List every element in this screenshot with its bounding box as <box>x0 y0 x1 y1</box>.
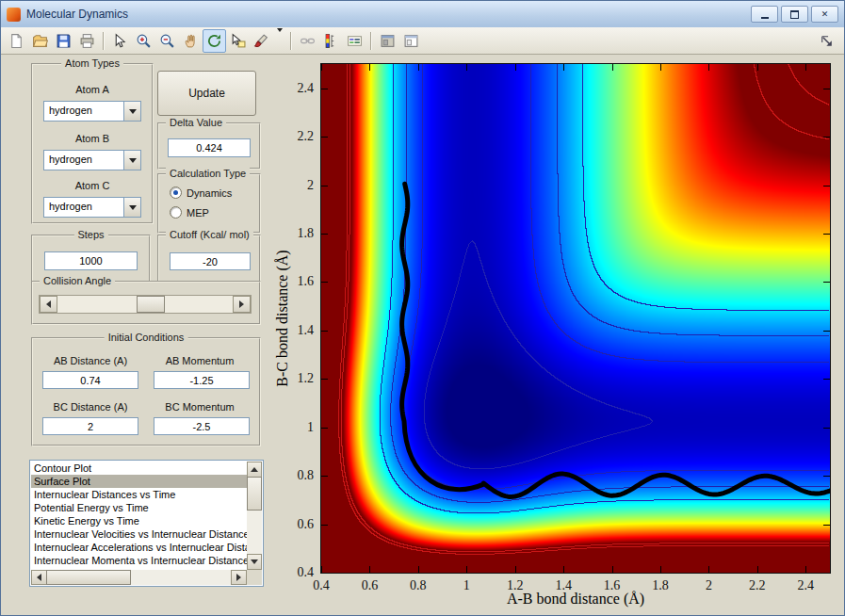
bc-distance-input[interactable] <box>42 417 138 435</box>
atom-c-dropdown-button[interactable] <box>123 198 140 217</box>
steps-title: Steps <box>73 229 107 240</box>
list-item[interactable]: Contour Plot <box>31 462 247 475</box>
show-plot-tools-button[interactable] <box>399 29 423 53</box>
slider-right-arrow-button[interactable] <box>233 296 251 313</box>
collision-angle-slider[interactable] <box>39 295 252 314</box>
atom-c-select[interactable]: hydrogen <box>43 197 141 218</box>
listbox-vertical-scrollbar[interactable] <box>247 462 262 570</box>
chevron-down-icon <box>129 158 137 167</box>
slider-left-arrow-button[interactable] <box>40 296 57 313</box>
zoom-out-icon <box>159 33 175 49</box>
x-tick-label: 1.2 <box>507 578 524 593</box>
collision-angle-panel: Collision Angle <box>31 281 261 325</box>
arrow-left-icon <box>42 300 51 308</box>
zoom-in-icon <box>136 33 152 49</box>
y-tick-label: 1.6 <box>298 274 315 289</box>
potential-surface-plot[interactable] <box>320 63 831 574</box>
radio-mep[interactable]: MEP <box>170 206 209 219</box>
scroll-left-button[interactable] <box>31 570 47 585</box>
list-item[interactable]: Internuclear Velocities vs Internuclear … <box>31 527 247 541</box>
y-axis-label: B-C bond distance (Å) <box>274 250 291 386</box>
plot-type-listbox[interactable]: Contour PlotSurface PlotInternuclear Dis… <box>29 460 264 587</box>
atom-b-select[interactable]: hydrogen <box>43 150 141 170</box>
insert-legend-button[interactable] <box>343 29 366 53</box>
chevron-down-icon <box>129 205 137 214</box>
steps-input[interactable] <box>44 251 138 270</box>
zoom-in-button[interactable] <box>132 29 155 53</box>
rotate-3d-button[interactable] <box>203 29 226 53</box>
scroll-right-button[interactable] <box>231 570 247 585</box>
save-figure-button[interactable] <box>52 29 75 53</box>
y-tick-label: 0.4 <box>298 565 315 580</box>
vertical-scroll-thumb[interactable] <box>247 477 262 511</box>
close-button[interactable]: ✕ <box>811 6 838 23</box>
atom-a-label: Atom A <box>33 84 152 95</box>
print-figure-button[interactable] <box>75 29 99 53</box>
pan-button[interactable] <box>179 29 203 53</box>
brush-data-button[interactable] <box>250 29 273 53</box>
atom-a-select[interactable]: hydrogen <box>43 101 141 122</box>
radio-dynamics[interactable]: Dynamics <box>170 186 232 199</box>
zoom-out-button[interactable] <box>155 29 179 53</box>
bc-momentum-input[interactable] <box>154 417 250 435</box>
radio-mep-label: MEP <box>187 207 209 219</box>
title-bar[interactable]: Molecular Dynamics ✕ <box>1 1 844 28</box>
dock-figure-button[interactable] <box>815 29 838 53</box>
new-document-button[interactable] <box>5 29 28 53</box>
radio-unselected-icon <box>170 206 182 219</box>
y-tick-label: 0.6 <box>298 517 315 532</box>
open-file-button[interactable] <box>28 29 52 53</box>
arrow-left-icon <box>33 574 41 581</box>
x-tick-label: 0.6 <box>362 578 379 593</box>
molecular-dynamics-window: Molecular Dynamics ✕ Atom Types Atom A h… <box>0 0 845 616</box>
list-item[interactable]: Kinetic Energy vs Time <box>31 514 247 527</box>
atom-b-dropdown-button[interactable] <box>123 151 140 170</box>
x-tick-label: 0.8 <box>410 578 427 593</box>
x-tick-label: 2 <box>706 578 712 593</box>
update-button[interactable]: Update <box>157 71 256 116</box>
x-tick-label: 1 <box>463 578 470 593</box>
ab-momentum-input[interactable] <box>154 371 250 389</box>
scroll-down-button[interactable] <box>247 554 262 570</box>
ab-distance-input[interactable] <box>42 371 138 389</box>
new-document-icon <box>8 33 24 49</box>
listbox-items: Contour PlotSurface PlotInternuclear Dis… <box>31 462 247 570</box>
list-item[interactable]: Surface Plot <box>31 475 247 488</box>
atom-a-dropdown-button[interactable] <box>123 102 140 121</box>
arrow-up-icon <box>251 463 258 472</box>
scrollbar-corner <box>247 570 262 585</box>
bc-momentum-label: BC Momentum <box>150 401 250 413</box>
scroll-up-button[interactable] <box>247 462 262 478</box>
cutoff-input[interactable] <box>170 252 251 270</box>
chevron-down-icon <box>129 109 137 118</box>
y-tick-label: 0.8 <box>298 468 315 483</box>
restore-button[interactable] <box>781 6 808 23</box>
x-tick-label: 1.8 <box>652 578 669 593</box>
horizontal-scroll-thumb[interactable] <box>46 570 131 585</box>
delta-value-title: Delta Value <box>166 117 226 128</box>
radio-selected-icon <box>170 186 182 199</box>
x-tick-label: 1.6 <box>604 578 621 593</box>
toolbar-separator <box>103 32 105 50</box>
data-cursor-button[interactable] <box>226 29 250 53</box>
restore-icon <box>790 10 799 19</box>
arrow-right-icon <box>236 574 245 581</box>
hide-plot-tools-icon <box>380 33 396 49</box>
minimize-button[interactable] <box>751 6 778 23</box>
calculation-type-panel: Calculation Type Dynamics MEP <box>157 173 261 234</box>
save-figure-icon <box>56 33 72 49</box>
list-item[interactable]: Internuclear Accelerations vs Internucle… <box>31 541 247 554</box>
edit-plot-button[interactable] <box>108 29 132 53</box>
list-item[interactable]: Internuclear Distances vs Time <box>31 488 247 501</box>
hide-plot-tools-button[interactable] <box>376 29 399 53</box>
brush-dropdown-icon <box>277 32 283 49</box>
brush-dropdown-button[interactable] <box>273 29 286 53</box>
delta-value-input[interactable] <box>168 138 251 157</box>
insert-colorbar-button[interactable] <box>319 29 343 53</box>
link-plot-button[interactable] <box>296 29 319 53</box>
slider-thumb[interactable] <box>137 296 165 313</box>
x-tick-label: 1.4 <box>555 578 572 593</box>
listbox-horizontal-scrollbar[interactable] <box>31 570 247 585</box>
list-item[interactable]: Internuclear Momenta vs Internuclear Dis… <box>31 554 247 567</box>
list-item[interactable]: Potential Energy vs Time <box>31 501 247 514</box>
